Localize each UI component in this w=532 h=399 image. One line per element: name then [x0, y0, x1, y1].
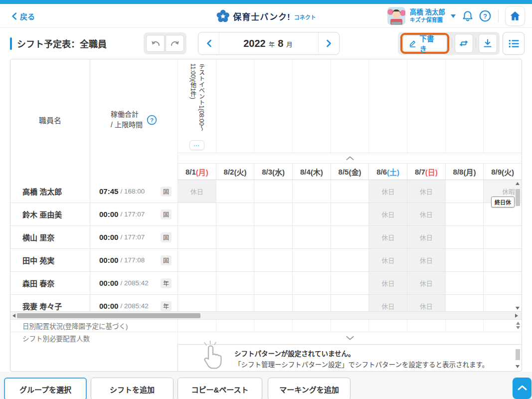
home-button[interactable]: [505, 6, 525, 26]
logo-text: 保育士バンク!: [233, 10, 291, 22]
shift-cell[interactable]: [177, 295, 216, 311]
shift-cell[interactable]: [445, 180, 484, 202]
shift-cell[interactable]: [331, 272, 369, 294]
shift-cell[interactable]: [254, 249, 292, 271]
staff-row: 田中 苑実00:00/ 177:08固休日休日: [10, 249, 522, 272]
shift-cell[interactable]: 休日: [407, 180, 445, 202]
page-title-block: シフト予定表：全職員: [10, 37, 107, 50]
shift-cell[interactable]: [445, 226, 484, 248]
day-of-week: (金): [349, 167, 361, 177]
shift-cell[interactable]: 休日: [407, 203, 445, 225]
vertical-scroll-thumb[interactable]: [516, 189, 520, 206]
download-button[interactable]: [479, 34, 497, 53]
user-caret-down-icon[interactable]: [451, 14, 456, 18]
shift-cell[interactable]: 休日: [177, 180, 216, 202]
shift-cell[interactable]: 休日: [407, 249, 445, 271]
user-avatar[interactable]: [387, 7, 405, 25]
shift-cell[interactable]: [331, 203, 369, 225]
shift-cell[interactable]: [216, 180, 254, 202]
shift-cell[interactable]: [216, 272, 254, 294]
shift-cell[interactable]: [216, 295, 254, 311]
draft-button[interactable]: 下書き: [403, 35, 447, 51]
shift-cell[interactable]: [254, 226, 292, 248]
scroll-to-top-button[interactable]: [513, 378, 532, 399]
add-marking-button[interactable]: マーキングを追加: [268, 378, 351, 399]
message-scroll-thumb[interactable]: [516, 349, 520, 360]
message-scroll-down-arrow[interactable]: [516, 365, 520, 368]
scroll-down-arrow[interactable]: [516, 307, 520, 310]
shift-cell[interactable]: [177, 203, 216, 225]
mini-up-arrow[interactable]: [516, 322, 520, 325]
shift-cell[interactable]: [292, 226, 331, 248]
mini-down-arrow[interactable]: [516, 326, 520, 329]
add-shift-button[interactable]: シフトを追加: [91, 378, 174, 399]
redo-button[interactable]: [166, 35, 184, 52]
shift-cell[interactable]: 休日: [407, 226, 445, 248]
shift-cell[interactable]: [445, 295, 484, 311]
undo-button[interactable]: [146, 35, 165, 52]
mini-scroll-arrows[interactable]: [516, 322, 520, 329]
previous-month-button[interactable]: [198, 32, 219, 54]
shift-cell[interactable]: [254, 203, 292, 225]
worked-hours: 00:00: [99, 279, 118, 287]
scroll-right-arrow[interactable]: [515, 314, 518, 318]
shift-cell[interactable]: [331, 249, 369, 271]
horizontal-scroll-thumb[interactable]: [17, 313, 200, 318]
shift-cell[interactable]: [445, 249, 484, 271]
shift-cell[interactable]: [331, 295, 369, 311]
select-group-button[interactable]: グループを選択: [4, 378, 87, 399]
allocation-cell: [177, 320, 216, 332]
shift-cell[interactable]: [331, 180, 369, 202]
help-icon[interactable]: ?: [479, 9, 492, 22]
list-icon: [509, 39, 519, 48]
shift-cell[interactable]: 休日: [368, 203, 407, 225]
shift-cell[interactable]: [177, 249, 216, 271]
next-month-button[interactable]: [318, 32, 339, 54]
shift-cell[interactable]: [292, 295, 331, 311]
expand-summary-row[interactable]: [177, 332, 522, 344]
shift-cell[interactable]: 休日: [368, 226, 407, 248]
worked-hours: 00:00: [99, 256, 118, 264]
scroll-left-arrow[interactable]: [12, 314, 15, 318]
daily-allocation-cells: [177, 320, 522, 332]
collapse-header-row[interactable]: [177, 153, 522, 164]
shift-cell[interactable]: [216, 226, 254, 248]
chevron-down-icon: [346, 336, 354, 340]
view-list-button[interactable]: [503, 32, 525, 55]
shift-cell[interactable]: 休日: [368, 295, 407, 311]
vertical-scrollbar[interactable]: [515, 182, 521, 310]
shift-cell[interactable]: 休日: [407, 295, 445, 311]
sync-button[interactable]: [455, 34, 473, 53]
help-circle-icon[interactable]: ?: [147, 115, 157, 125]
shift-cell[interactable]: [177, 272, 216, 294]
shift-cell[interactable]: [292, 272, 331, 294]
shift-cell[interactable]: 休日: [368, 272, 407, 294]
shift-cell[interactable]: [292, 249, 331, 271]
shift-cell[interactable]: [216, 249, 254, 271]
day-of-week: (火): [502, 167, 514, 177]
event-band-cell-8/9: [483, 59, 522, 153]
shift-cell[interactable]: 休日: [368, 249, 407, 271]
shift-cell[interactable]: [331, 226, 369, 248]
back-button[interactable]: 戻る: [12, 4, 35, 28]
shift-cell[interactable]: [445, 203, 484, 225]
event-more-button[interactable]: …: [189, 140, 204, 150]
shift-cell[interactable]: 休日: [407, 272, 445, 294]
shift-cell[interactable]: 休日: [368, 180, 407, 202]
shift-cell[interactable]: [254, 180, 292, 202]
empty-state-title: シフトパターンが設定されていません。: [234, 349, 507, 359]
copy-paste-button[interactable]: コピー&ペースト: [177, 378, 262, 399]
shift-cell[interactable]: [292, 203, 331, 225]
contract-type-badge: 固: [161, 209, 172, 219]
shift-cell[interactable]: [254, 272, 292, 294]
shift-cell[interactable]: [292, 180, 331, 202]
shift-cell[interactable]: [445, 272, 484, 294]
contract-type-badge: 年: [161, 278, 172, 288]
shift-cell[interactable]: [254, 295, 292, 311]
shift-cell[interactable]: [216, 203, 254, 225]
horizontal-scrollbar[interactable]: [10, 311, 522, 320]
notifications-bell-icon[interactable]: [461, 9, 474, 22]
shift-cell[interactable]: [177, 226, 216, 248]
user-info[interactable]: 高橋 浩太郎 キズナ保育園: [410, 8, 445, 24]
scroll-up-arrow[interactable]: [516, 182, 520, 185]
